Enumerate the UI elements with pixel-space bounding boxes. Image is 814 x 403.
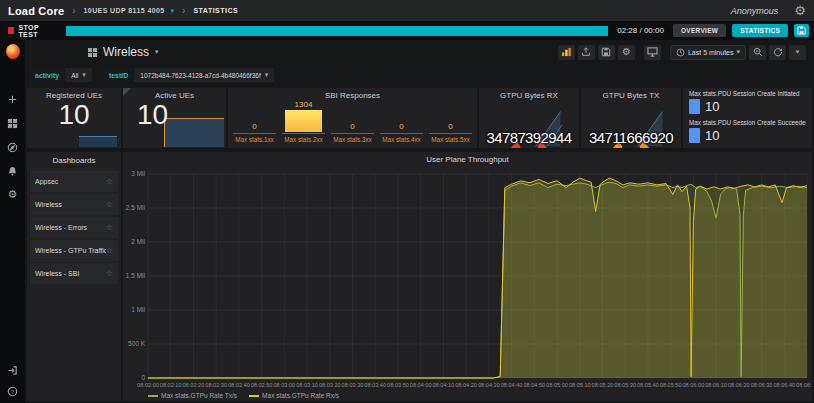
dashboard-list-item[interactable]: Wireless - GTPu Traffic☆ xyxy=(30,240,118,261)
svg-text:08:03:10: 08:03:10 xyxy=(296,382,318,388)
sbi-column: 0Max stats.5xx xyxy=(428,100,473,146)
top-app-bar: Load Core › 10UES UDP 8115 4005 ▾ › STAT… xyxy=(0,0,814,21)
svg-text:08:03:30: 08:03:30 xyxy=(342,382,364,388)
elapsed-time: 02:28 / 00:00 xyxy=(617,26,664,35)
chart-title[interactable]: User Plane Throughput xyxy=(123,155,812,164)
panel-dashboards-list: Dashboards Appsec☆Wireless☆Wireless - Er… xyxy=(27,152,121,401)
panel-title[interactable]: GTPU Bytes RX xyxy=(479,88,579,100)
grafana-logo-orb xyxy=(6,44,20,59)
app-logo-title: Load Core xyxy=(8,5,64,17)
test-progress-bar xyxy=(66,26,608,36)
zoom-out-time-button[interactable] xyxy=(749,45,766,60)
explore-compass-icon[interactable] xyxy=(6,140,20,154)
refresh-interval-dropdown[interactable]: ▾ xyxy=(789,45,806,60)
cycle-view-mode-button[interactable] xyxy=(644,45,661,60)
svg-text:08:03:20: 08:03:20 xyxy=(319,382,341,388)
dashboard-header: Wireless ▾ ⚙ Last 5 minutes ▾ ▾ xyxy=(25,40,814,64)
star-icon[interactable]: ☆ xyxy=(106,177,113,186)
grafana-logo[interactable] xyxy=(6,44,20,58)
dashboard-list-item[interactable]: Appsec☆ xyxy=(30,171,118,192)
svg-text:08:05:30: 08:05:30 xyxy=(614,382,636,388)
activity-filter-value[interactable]: All▾ xyxy=(65,68,92,82)
svg-text:3 Mil: 3 Mil xyxy=(131,170,145,177)
monitor-icon xyxy=(647,47,658,57)
breadcrumb-chevron-icon: › xyxy=(182,5,185,16)
statistics-button[interactable]: STATISTICS xyxy=(732,24,788,37)
legend-item[interactable]: Max stats.GTPu Rate Rx/s xyxy=(249,392,339,399)
sbi-bar-chart: 0Max stats.1xx1304Max stats.2xx0Max stat… xyxy=(228,100,477,146)
gtpu-tx-value: 34711666920 xyxy=(581,129,681,146)
sbi-column: 1304Max stats.2xx xyxy=(281,100,326,146)
dashboard-list-item-label: Wireless - GTPu Traffic xyxy=(35,247,106,254)
time-range-picker[interactable]: Last 5 minutes ▾ xyxy=(670,45,746,60)
sbi-label: Max stats.4xx xyxy=(382,134,421,146)
dashboards-list-title[interactable]: Dashboards xyxy=(27,152,121,171)
panel-user-plane-throughput: User Plane Throughput 08:02:0008:02:1008… xyxy=(123,152,812,401)
stop-test-button[interactable]: STOP TEST xyxy=(5,24,60,38)
svg-text:08:05:20: 08:05:20 xyxy=(592,382,614,388)
panel-gtpu-bytes-rx: GTPU Bytes RX 34787392944 xyxy=(479,88,579,148)
svg-text:08:02:10: 08:02:10 xyxy=(160,382,182,388)
dashboard-list-item-label: Appsec xyxy=(35,178,106,185)
dashboard-list-item[interactable]: Wireless☆ xyxy=(30,194,118,215)
svg-text:08:06:30: 08:06:30 xyxy=(751,382,773,388)
refresh-button[interactable] xyxy=(769,45,786,60)
sbi-value: 0 xyxy=(399,122,403,132)
dashboard-list-item-label: Wireless - SBI xyxy=(35,270,106,277)
sbi-column: 0Max stats.4xx xyxy=(379,100,424,146)
testid-filter-value[interactable]: 1072b484-7623-4128-a7cd-4b480466f36f▾ xyxy=(134,68,274,82)
sign-in-icon[interactable] xyxy=(6,363,20,377)
share-dashboard-button[interactable] xyxy=(578,45,595,60)
legend-label: Max stats.GTPu Rate Rx/s xyxy=(262,392,339,399)
bar-chart-icon xyxy=(561,47,572,57)
save-results-button[interactable] xyxy=(794,24,809,37)
svg-text:08:04:30: 08:04:30 xyxy=(478,382,500,388)
legend-item[interactable]: Max stats.GTPu Rate Tx/s xyxy=(148,392,237,399)
svg-text:08:06:20: 08:06:20 xyxy=(728,382,750,388)
time-range-label: Last 5 minutes xyxy=(688,49,734,56)
svg-text:08:04:00: 08:04:00 xyxy=(410,382,432,388)
stop-square-icon xyxy=(8,27,14,34)
panel-pdu-session-stats: Max stats.PDU Session Create Initiated10… xyxy=(683,88,812,148)
overview-button[interactable]: OVERVIEW xyxy=(673,24,726,37)
user-name[interactable]: Anonymous xyxy=(731,6,779,16)
settings-gear-icon[interactable]: ⚙ xyxy=(794,4,806,17)
breadcrumb-test-name[interactable]: 10UES UDP 8115 4005 xyxy=(84,7,165,14)
share-icon xyxy=(581,47,591,57)
sbi-bar xyxy=(285,110,322,132)
registered-ues-value: 10 xyxy=(27,100,121,131)
panel-sbi-responses: SBI Responses 0Max stats.1xx1304Max stat… xyxy=(228,88,477,148)
svg-text:1 Mil: 1 Mil xyxy=(131,306,145,313)
dashboards-grid-icon[interactable] xyxy=(6,116,20,130)
star-icon[interactable]: ☆ xyxy=(106,246,113,255)
dashboard-title[interactable]: Wireless xyxy=(103,45,149,59)
gear-icon: ⚙ xyxy=(622,47,631,57)
star-icon[interactable]: ☆ xyxy=(106,200,113,209)
svg-text:08:06:40: 08:06:40 xyxy=(773,382,795,388)
throughput-chart[interactable]: 08:02:0008:02:1008:02:2008:02:3008:02:40… xyxy=(123,152,812,401)
dashboard-list-item[interactable]: Wireless - SBI☆ xyxy=(30,263,118,284)
star-icon[interactable]: ☆ xyxy=(106,223,113,232)
testid-caret-icon: ▾ xyxy=(265,71,269,79)
panel-title[interactable]: SBI Responses xyxy=(228,88,477,100)
panel-info-corner[interactable] xyxy=(123,88,131,96)
dashboard-settings-button[interactable]: ⚙ xyxy=(618,45,635,60)
dashboard-caret-down-icon[interactable]: ▾ xyxy=(155,48,159,56)
stop-test-label: STOP TEST xyxy=(18,24,57,38)
dashboard-list-item[interactable]: Wireless - Errors☆ xyxy=(30,217,118,238)
sbi-value: 0 xyxy=(252,122,256,132)
pdu-stat-row: Max stats.PDU Session Create Initiated10 xyxy=(683,88,812,114)
help-icon[interactable]: ? xyxy=(6,384,20,398)
time-range-caret-icon: ▾ xyxy=(736,48,740,56)
create-plus-icon[interactable] xyxy=(6,92,20,106)
save-dashboard-button[interactable] xyxy=(598,45,615,60)
configuration-gear-icon[interactable]: ⚙ xyxy=(6,187,20,201)
add-panel-button[interactable] xyxy=(558,45,575,60)
gtpu-rx-value: 34787392944 xyxy=(479,129,579,146)
panel-title[interactable]: GTPU Bytes TX xyxy=(581,88,681,100)
dashboard-title-block[interactable]: Wireless ▾ xyxy=(88,45,159,59)
testid-filter-label: testID xyxy=(104,68,133,82)
breadcrumb-caret-down-icon[interactable]: ▾ xyxy=(171,7,175,15)
alerting-bell-icon[interactable] xyxy=(6,164,20,178)
star-icon[interactable]: ☆ xyxy=(106,269,113,278)
